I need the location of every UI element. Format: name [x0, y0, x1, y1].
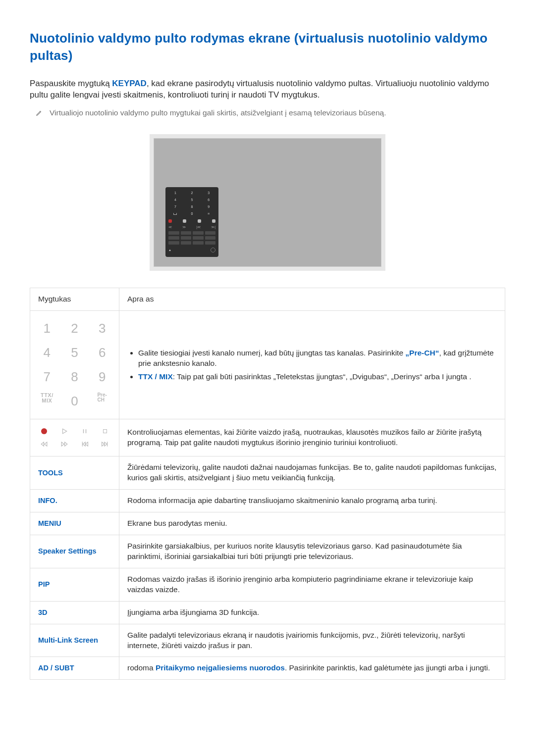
key-1: 1	[44, 320, 51, 337]
col-header-button: Mygtukas	[30, 288, 119, 310]
table-row: MENIU Ekrane bus parodytas meniu.	[30, 512, 505, 535]
key-6: 6	[99, 344, 106, 361]
document-page: Nuotolinio valdymo pulto rodymas ekrane …	[0, 0, 535, 700]
rewind-icon	[40, 440, 49, 448]
svg-marker-5	[44, 442, 47, 446]
intro-paragraph: Paspauskite mygtuką KEYPAD, kad ekrane p…	[30, 78, 505, 101]
key-7: 7	[44, 368, 51, 386]
numpad-desc-list: Galite tiesiogiai įvesti kanalo numerį, …	[127, 347, 497, 384]
button-table: Mygtukas Apra as 1 2 3 4 5 6 7 8	[30, 288, 505, 680]
table-row: TOOLS Žiūrėdami televizorių, galite naud…	[30, 456, 505, 490]
table-row: PIP Rodomas vaizdo įrašas iš išorinio įr…	[30, 568, 505, 601]
pause-icon	[80, 427, 89, 435]
table-row: INFO. Rodoma informacija apie dabartinę …	[30, 490, 505, 512]
speaker-settings-label: Speaker Settings	[38, 547, 97, 555]
multilink-label: Multi-Link Screen	[38, 636, 98, 644]
key-0: 0	[71, 393, 78, 410]
pip-desc: Rodomas vaizdo įrašas iš išorinio įrengi…	[119, 568, 505, 601]
key-9: 9	[99, 368, 106, 386]
svg-marker-10	[85, 442, 88, 446]
key-2: 2	[71, 320, 78, 337]
table-row-playback: Kontroliuojamas elementas, kai žiūrite v…	[30, 419, 505, 456]
stop-icon	[101, 427, 109, 435]
key-4: 4	[44, 344, 51, 361]
svg-marker-11	[102, 442, 105, 446]
ttxmix-label: TTX / MIX	[138, 372, 173, 381]
skip-forward-icon	[101, 440, 109, 448]
play-icon	[60, 427, 69, 435]
key-5: 5	[71, 344, 78, 361]
record-icon	[40, 427, 49, 435]
multilink-desc: Galite padalyti televizoriaus ekraną ir …	[119, 624, 505, 657]
accessibility-link: Pritaikymo neįgaliesiems nuorodos	[156, 663, 285, 672]
playback-desc: Kontroliuojamas elementas, kai žiūrite v…	[119, 419, 505, 456]
key-3: 3	[99, 320, 106, 337]
table-row-numpad: 1 2 3 4 5 6 7 8 9 TTX/ MIX 0 Pre- CH	[30, 310, 505, 419]
pencil-icon	[36, 109, 43, 119]
svg-marker-6	[61, 442, 64, 446]
svg-marker-0	[62, 429, 66, 434]
key-ttxmix: TTX/ MIX	[41, 393, 54, 410]
info-label: INFO.	[38, 497, 57, 504]
svg-rect-3	[104, 430, 107, 433]
speaker-settings-desc: Pasirinkite garsiakalbius, per kuriuos n…	[119, 535, 505, 568]
note-row: Virtualiojo nuotolinio valdymo pulto myg…	[36, 108, 505, 119]
intro-before: Paspauskite mygtuką	[30, 79, 112, 88]
table-row: 3D Įjungiama arba išjungiama 3D funkcija…	[30, 601, 505, 624]
svg-marker-4	[41, 442, 44, 446]
meniu-label: MENIU	[38, 519, 61, 527]
col-header-desc: Apra as	[119, 288, 505, 310]
keypad-label: KEYPAD	[112, 79, 147, 88]
numpad-line1-before: Galite tiesiogiai įvesti kanalo numerį, …	[138, 349, 405, 357]
svg-marker-7	[64, 442, 67, 446]
key-prech: Pre- CH	[97, 393, 107, 410]
tools-desc: Žiūrėdami televizorių, galite naudoti da…	[119, 456, 505, 490]
adsubt-after: . Pasirinkite parinktis, kad galėtumėte …	[285, 663, 490, 672]
threeD-label: 3D	[38, 608, 48, 616]
prech-link: „Pre-CH“	[405, 349, 439, 357]
fast-forward-icon	[60, 440, 69, 448]
table-row-adsubt: AD / SUBT rodoma Pritaikymo neįgaliesiem…	[30, 657, 505, 680]
pip-label: PIP	[38, 580, 50, 588]
info-desc: Rodoma informacija apie dabartinę transl…	[119, 490, 505, 512]
numpad-line2-rest: : Taip pat gali būti pasirinktas „Telete…	[173, 372, 472, 381]
key-8: 8	[71, 368, 78, 386]
skip-back-icon	[80, 440, 89, 448]
tv-illustration: 123 456 789 ⌴0≡ ≪≫|≪≫| ▲	[30, 134, 505, 271]
table-row: Speaker Settings Pasirinkite garsiakalbi…	[30, 535, 505, 568]
table-row: Multi-Link Screen Galite padalyti televi…	[30, 624, 505, 657]
numeric-keypad: 1 2 3 4 5 6 7 8 9 TTX/ MIX 0 Pre- CH	[38, 317, 111, 413]
virtual-remote-panel: 123 456 789 ⌴0≡ ≪≫|≪≫| ▲	[165, 187, 218, 257]
threeD-desc: Įjungiama arba išjungiama 3D funkcija.	[119, 601, 505, 624]
tools-label: TOOLS	[38, 469, 63, 477]
adsubt-label: AD / SUBT	[38, 664, 74, 672]
playback-controls	[38, 425, 111, 450]
page-title: Nuotolinio valdymo pulto rodymas ekrane …	[30, 30, 505, 64]
adsubt-before: rodoma	[127, 663, 156, 672]
note-text: Virtualiojo nuotolinio valdymo pulto myg…	[50, 108, 386, 118]
meniu-desc: Ekrane bus parodytas meniu.	[119, 512, 505, 535]
